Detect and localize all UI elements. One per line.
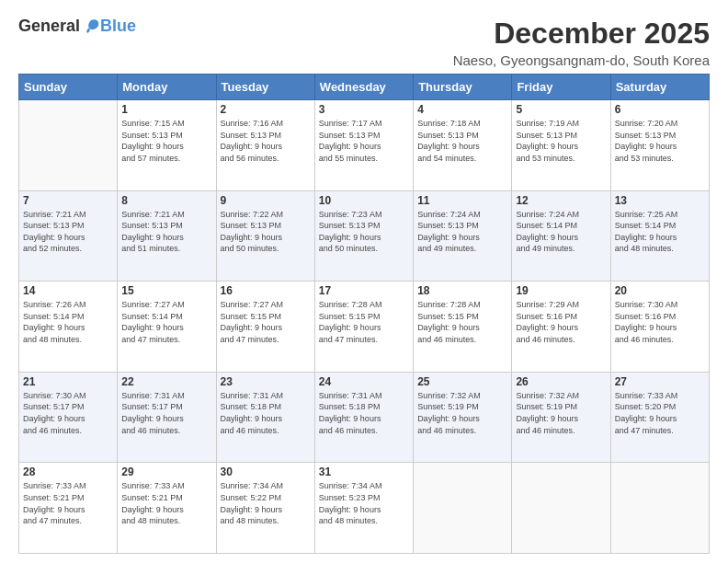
calendar-cell: 9Sunrise: 7:22 AM Sunset: 5:13 PM Daylig…	[216, 190, 314, 282]
day-info: Sunrise: 7:27 AM Sunset: 5:15 PM Dayligh…	[221, 299, 311, 345]
day-info: Sunrise: 7:24 AM Sunset: 5:13 PM Dayligh…	[417, 209, 507, 255]
day-header-tuesday: Tuesday	[216, 75, 314, 100]
day-info: Sunrise: 7:19 AM Sunset: 5:13 PM Dayligh…	[516, 118, 606, 164]
day-info: Sunrise: 7:25 AM Sunset: 5:14 PM Dayligh…	[615, 209, 705, 255]
day-info: Sunrise: 7:31 AM Sunset: 5:18 PM Dayligh…	[319, 390, 409, 436]
calendar-cell: 17Sunrise: 7:28 AM Sunset: 5:15 PM Dayli…	[314, 282, 413, 373]
logo-bird-icon	[82, 18, 100, 35]
header: General Blue December 2025 Naeso, Gyeong…	[18, 17, 710, 68]
day-number: 13	[615, 194, 705, 207]
day-number: 27	[615, 375, 705, 388]
day-info: Sunrise: 7:21 AM Sunset: 5:13 PM Dayligh…	[121, 209, 211, 255]
calendar-cell: 5Sunrise: 7:19 AM Sunset: 5:13 PM Daylig…	[512, 100, 610, 191]
calendar-cell: 8Sunrise: 7:21 AM Sunset: 5:13 PM Daylig…	[118, 190, 216, 282]
calendar-cell: 18Sunrise: 7:28 AM Sunset: 5:15 PM Dayli…	[414, 282, 512, 373]
day-info: Sunrise: 7:33 AM Sunset: 5:21 PM Dayligh…	[23, 480, 113, 526]
day-number: 3	[319, 103, 409, 116]
day-info: Sunrise: 7:33 AM Sunset: 5:20 PM Dayligh…	[615, 390, 705, 436]
calendar-cell: 19Sunrise: 7:29 AM Sunset: 5:16 PM Dayli…	[512, 282, 610, 373]
day-info: Sunrise: 7:32 AM Sunset: 5:19 PM Dayligh…	[516, 390, 606, 436]
day-number: 12	[516, 194, 606, 207]
logo-general-text: General	[18, 17, 80, 36]
day-info: Sunrise: 7:17 AM Sunset: 5:13 PM Dayligh…	[319, 118, 409, 164]
logo-blue-text: Blue	[100, 17, 136, 36]
calendar-cell: 29Sunrise: 7:33 AM Sunset: 5:21 PM Dayli…	[118, 463, 216, 554]
day-info: Sunrise: 7:16 AM Sunset: 5:13 PM Dayligh…	[221, 118, 311, 164]
page: General Blue December 2025 Naeso, Gyeong…	[0, 0, 728, 563]
calendar-cell: 13Sunrise: 7:25 AM Sunset: 5:14 PM Dayli…	[610, 190, 709, 282]
day-info: Sunrise: 7:34 AM Sunset: 5:23 PM Dayligh…	[319, 480, 409, 526]
day-number: 4	[417, 103, 507, 116]
calendar-week-row: 1Sunrise: 7:15 AM Sunset: 5:13 PM Daylig…	[19, 100, 710, 191]
day-info: Sunrise: 7:30 AM Sunset: 5:16 PM Dayligh…	[615, 299, 705, 345]
day-info: Sunrise: 7:28 AM Sunset: 5:15 PM Dayligh…	[417, 299, 507, 345]
calendar-cell: 30Sunrise: 7:34 AM Sunset: 5:22 PM Dayli…	[216, 463, 314, 554]
logo: General Blue	[18, 17, 136, 36]
calendar-cell: 27Sunrise: 7:33 AM Sunset: 5:20 PM Dayli…	[610, 372, 709, 463]
day-number: 7	[23, 194, 113, 207]
day-info: Sunrise: 7:15 AM Sunset: 5:13 PM Dayligh…	[121, 118, 211, 164]
day-info: Sunrise: 7:24 AM Sunset: 5:14 PM Dayligh…	[516, 209, 606, 255]
day-number: 29	[121, 465, 211, 478]
day-number: 6	[615, 103, 705, 116]
calendar-cell	[19, 100, 118, 191]
calendar-week-row: 21Sunrise: 7:30 AM Sunset: 5:17 PM Dayli…	[19, 372, 710, 463]
day-number: 20	[615, 284, 705, 297]
location: Naeso, Gyeongsangnam-do, South Korea	[453, 52, 710, 68]
day-number: 16	[221, 284, 311, 297]
day-info: Sunrise: 7:29 AM Sunset: 5:16 PM Dayligh…	[516, 299, 606, 345]
calendar-cell: 4Sunrise: 7:18 AM Sunset: 5:13 PM Daylig…	[414, 100, 512, 191]
calendar-cell	[414, 463, 512, 554]
day-number: 17	[319, 284, 409, 297]
day-number: 11	[417, 194, 507, 207]
calendar-header-row: SundayMondayTuesdayWednesdayThursdayFrid…	[19, 75, 710, 100]
day-number: 14	[23, 284, 113, 297]
day-number: 2	[221, 103, 311, 116]
calendar-cell: 25Sunrise: 7:32 AM Sunset: 5:19 PM Dayli…	[414, 372, 512, 463]
day-header-saturday: Saturday	[610, 75, 709, 100]
month-title: December 2025	[453, 17, 710, 51]
day-number: 24	[319, 375, 409, 388]
day-number: 10	[319, 194, 409, 207]
calendar-cell	[512, 463, 610, 554]
day-header-wednesday: Wednesday	[314, 75, 413, 100]
calendar-cell: 3Sunrise: 7:17 AM Sunset: 5:13 PM Daylig…	[314, 100, 413, 191]
calendar-cell: 22Sunrise: 7:31 AM Sunset: 5:17 PM Dayli…	[118, 372, 216, 463]
day-info: Sunrise: 7:31 AM Sunset: 5:18 PM Dayligh…	[221, 390, 311, 436]
calendar-cell: 6Sunrise: 7:20 AM Sunset: 5:13 PM Daylig…	[610, 100, 709, 191]
day-number: 18	[417, 284, 507, 297]
day-number: 30	[221, 465, 311, 478]
day-number: 5	[516, 103, 606, 116]
day-number: 1	[121, 103, 211, 116]
day-number: 31	[319, 465, 409, 478]
calendar-table: SundayMondayTuesdayWednesdayThursdayFrid…	[18, 74, 710, 554]
calendar-cell: 21Sunrise: 7:30 AM Sunset: 5:17 PM Dayli…	[19, 372, 118, 463]
day-number: 23	[221, 375, 311, 388]
day-number: 9	[221, 194, 311, 207]
calendar-cell: 23Sunrise: 7:31 AM Sunset: 5:18 PM Dayli…	[216, 372, 314, 463]
day-number: 21	[23, 375, 113, 388]
calendar-cell: 2Sunrise: 7:16 AM Sunset: 5:13 PM Daylig…	[216, 100, 314, 191]
day-info: Sunrise: 7:32 AM Sunset: 5:19 PM Dayligh…	[417, 390, 507, 436]
calendar-week-row: 28Sunrise: 7:33 AM Sunset: 5:21 PM Dayli…	[19, 463, 710, 554]
day-header-friday: Friday	[512, 75, 610, 100]
day-header-thursday: Thursday	[414, 75, 512, 100]
calendar-cell: 14Sunrise: 7:26 AM Sunset: 5:14 PM Dayli…	[19, 282, 118, 373]
day-number: 22	[121, 375, 211, 388]
day-info: Sunrise: 7:26 AM Sunset: 5:14 PM Dayligh…	[23, 299, 113, 345]
day-info: Sunrise: 7:33 AM Sunset: 5:21 PM Dayligh…	[121, 480, 211, 526]
day-number: 25	[417, 375, 507, 388]
day-info: Sunrise: 7:31 AM Sunset: 5:17 PM Dayligh…	[121, 390, 211, 436]
day-header-sunday: Sunday	[19, 75, 118, 100]
calendar-cell: 24Sunrise: 7:31 AM Sunset: 5:18 PM Dayli…	[314, 372, 413, 463]
day-info: Sunrise: 7:34 AM Sunset: 5:22 PM Dayligh…	[221, 480, 311, 526]
calendar-cell: 15Sunrise: 7:27 AM Sunset: 5:14 PM Dayli…	[118, 282, 216, 373]
calendar-cell: 28Sunrise: 7:33 AM Sunset: 5:21 PM Dayli…	[19, 463, 118, 554]
day-number: 19	[516, 284, 606, 297]
day-number: 28	[23, 465, 113, 478]
day-info: Sunrise: 7:27 AM Sunset: 5:14 PM Dayligh…	[121, 299, 211, 345]
day-number: 26	[516, 375, 606, 388]
day-info: Sunrise: 7:22 AM Sunset: 5:13 PM Dayligh…	[221, 209, 311, 255]
day-info: Sunrise: 7:30 AM Sunset: 5:17 PM Dayligh…	[23, 390, 113, 436]
day-number: 15	[121, 284, 211, 297]
